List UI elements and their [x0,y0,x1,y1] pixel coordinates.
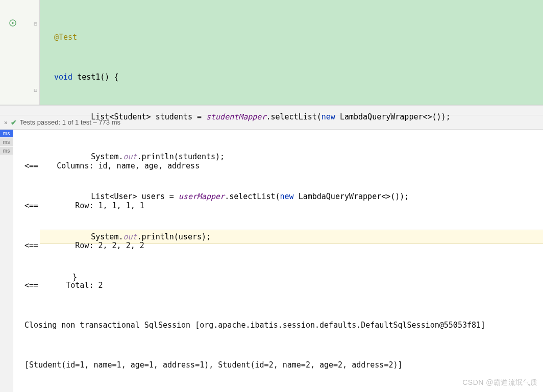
console-line: <== Total: 2 [24,279,543,292]
keyword: new [322,112,335,121]
run-icon[interactable] [9,19,16,27]
console-tab-column: ms ms ms [0,130,13,392]
console-panel: ms ms ms <== Columns: id, name, age, add… [0,130,543,392]
code-text: .selectList( [266,112,321,121]
fold-close-icon[interactable]: ⊟ [34,87,37,93]
annotation: @Test [54,33,77,42]
code-text: List<Student> students = [54,112,206,121]
expand-icon[interactable]: » [4,119,8,126]
console-line: Closing non transactional SqlSession [or… [24,318,543,332]
method-name: test1 [77,72,100,82]
code-content[interactable]: @Test void test1() { List<Student> stude… [40,0,543,105]
tab-ms-active[interactable]: ms [0,130,13,137]
console-line: <== Row: 1, 1, 1, 1 [24,199,543,212]
fold-open-icon[interactable]: ⊟ [34,20,37,27]
code-text: () { [100,72,118,82]
code-editor[interactable]: ⊟ ⊟ @Test void test1() { List<Student> s… [0,0,543,105]
console-line: [Student(id=1, name=1, age=1, address=1)… [24,358,543,372]
keyword: void [54,72,72,82]
console-line: <== Columns: id, name, age, address [24,159,543,173]
console-line: <== Row: 2, 2, 2, 2 [24,239,543,252]
check-icon: ✔ [11,118,17,127]
tab-ms[interactable]: ms [0,138,13,146]
tab-ms[interactable]: ms [0,147,13,155]
watermark-text: CSDN @霸道流氓气质 [462,376,538,389]
console-output[interactable]: <== Columns: id, name, age, address <== … [13,130,543,392]
field-ref: studentMapper [206,112,266,121]
code-text: LambdaQueryWrapper<>()); [335,112,451,121]
editor-gutter[interactable]: ⊟ ⊟ [0,0,40,105]
